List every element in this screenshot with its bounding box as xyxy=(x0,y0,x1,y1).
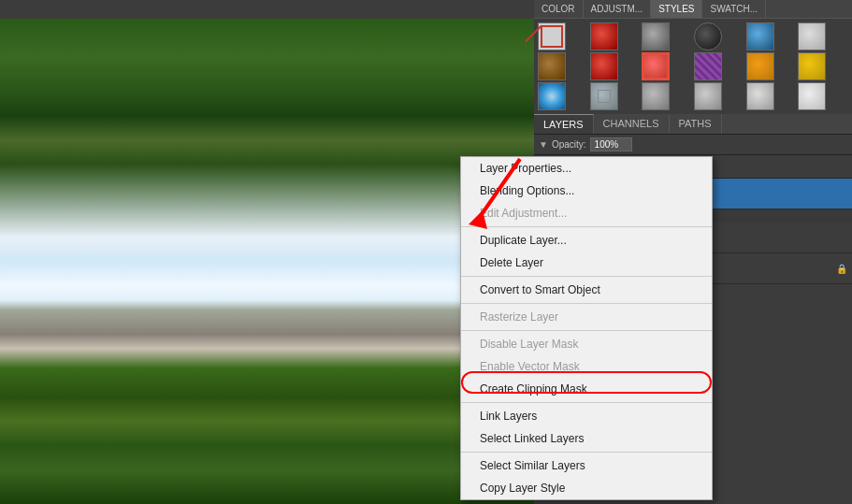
swatch-11[interactable] xyxy=(798,52,826,80)
tab-color[interactable]: COLOR xyxy=(534,0,584,18)
separator-1 xyxy=(461,226,712,227)
menu-blending-options[interactable]: Blending Options... xyxy=(461,180,712,202)
menu-delete-layer[interactable]: Delete Layer xyxy=(461,252,712,274)
opacity-label: Opacity: xyxy=(552,139,586,150)
opacity-input[interactable] xyxy=(590,137,632,151)
menu-select-linked[interactable]: Select Linked Layers xyxy=(461,427,712,450)
swatch-4[interactable] xyxy=(746,22,774,50)
tab-layers[interactable]: LAYERS xyxy=(534,114,594,134)
separator-4 xyxy=(461,330,712,331)
swatch-2[interactable] xyxy=(642,22,670,50)
top-panel-tabs: COLOR ADJUSTM... STYLES SWATCH... xyxy=(534,0,852,19)
swatch-5[interactable] xyxy=(798,22,826,50)
swatch-7[interactable] xyxy=(590,52,618,80)
tab-swatches[interactable]: SWATCH... xyxy=(702,0,766,18)
swatch-14[interactable] xyxy=(642,82,670,110)
layer-panel-tabs: LAYERS CHANNELS PATHS xyxy=(534,114,852,135)
swatch-13[interactable] xyxy=(590,82,618,110)
swatch-0[interactable] xyxy=(538,22,566,50)
menu-select-similar[interactable]: Select Similar Layers xyxy=(461,454,712,477)
layer-opacity-row: ▼ Opacity: xyxy=(534,135,852,155)
menu-layer-properties[interactable]: Layer Properties... xyxy=(461,157,712,180)
swatch-15[interactable] xyxy=(694,82,722,110)
swatch-10[interactable] xyxy=(746,52,774,80)
background-lock-icon: 🔒 xyxy=(836,264,847,274)
swatch-6[interactable] xyxy=(538,52,566,80)
tab-paths[interactable]: PATHS xyxy=(670,114,722,134)
separator-2 xyxy=(461,276,712,277)
tab-adjustments[interactable]: ADJUSTM... xyxy=(584,0,652,18)
swatch-1[interactable] xyxy=(590,22,618,50)
tab-styles[interactable]: STYLES xyxy=(651,0,702,18)
tab-channels[interactable]: CHANNELS xyxy=(594,114,670,134)
menu-link-layers[interactable]: Link Layers xyxy=(461,405,712,427)
menu-copy-style[interactable]: Copy Layer Style xyxy=(461,477,712,499)
styles-grid xyxy=(534,19,852,114)
menu-duplicate-layer[interactable]: Duplicate Layer... xyxy=(461,229,712,252)
menu-enable-vector[interactable]: Enable Vector Mask xyxy=(461,355,712,378)
swatch-16[interactable] xyxy=(746,82,774,110)
swatch-12[interactable] xyxy=(538,82,566,110)
swatch-8[interactable] xyxy=(642,52,670,80)
menu-convert-smart[interactable]: Convert to Smart Object xyxy=(461,279,712,301)
separator-3 xyxy=(461,303,712,304)
main-canvas xyxy=(0,19,538,504)
swatch-3[interactable] xyxy=(694,22,722,50)
waterfall-image xyxy=(0,19,538,504)
menu-create-clipping[interactable]: Create Clipping Mask xyxy=(461,378,712,400)
separator-5 xyxy=(461,402,712,403)
menu-edit-adjustment[interactable]: Edit Adjustment... xyxy=(461,202,712,224)
menu-disable-mask[interactable]: Disable Layer Mask xyxy=(461,333,712,355)
menu-rasterize[interactable]: Rasterize Layer xyxy=(461,306,712,328)
swatch-17[interactable] xyxy=(798,82,826,110)
swatch-9[interactable] xyxy=(694,52,722,80)
separator-6 xyxy=(461,452,712,453)
context-menu: Layer Properties... Blending Options... … xyxy=(460,156,713,500)
